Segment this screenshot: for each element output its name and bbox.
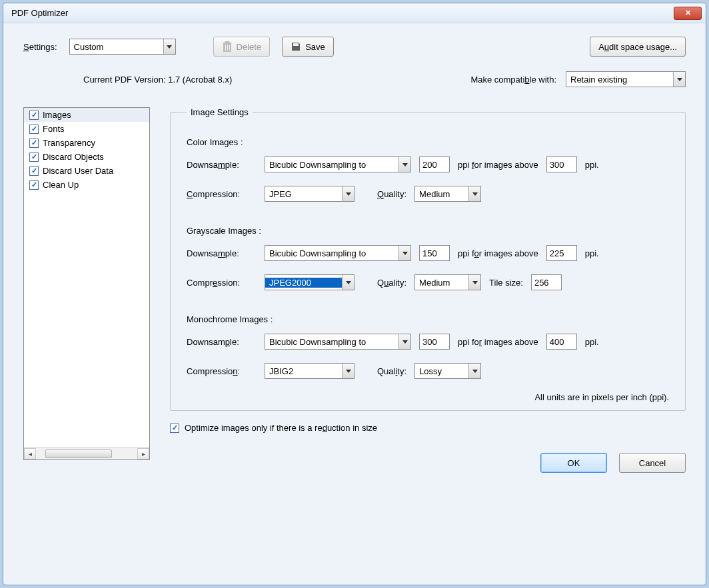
combo-value: Bicubic Downsampling to [265, 337, 398, 347]
color-downsample-row: Downsample: Bicubic Downsampling to ppi … [187, 156, 669, 172]
save-button[interactable]: Save [282, 37, 334, 57]
for-above-label: ppi for images above [458, 160, 538, 170]
tile-size-label: Tile size: [489, 278, 523, 288]
combo-value: Bicubic Downsampling to [265, 160, 398, 170]
sidebar-item-label: Fonts [43, 124, 65, 134]
gray-quality-combo[interactable]: Medium [414, 274, 481, 290]
color-ppi-threshold-input[interactable] [546, 156, 577, 172]
sidebar-item-clean-up[interactable]: Clean Up [24, 178, 149, 192]
sidebar-item-label: Discard Objects [43, 152, 104, 162]
audit-space-button[interactable]: Audit space usage... [590, 37, 686, 57]
delete-button: Delete [213, 37, 271, 57]
window-title: PDF Optimizer [11, 8, 674, 18]
checkbox-icon[interactable] [29, 180, 39, 190]
chevron-down-icon [673, 72, 685, 87]
gray-compression-combo[interactable]: JPEG2000 [265, 274, 354, 290]
chevron-down-icon [398, 246, 410, 260]
cancel-button[interactable]: Cancel [619, 453, 686, 473]
gray-compression-row: Compression: JPEG2000 Quality: Medium Ti… [187, 274, 669, 290]
mono-ppi-input[interactable] [419, 334, 450, 350]
chevron-down-icon [342, 364, 354, 378]
scroll-right-icon[interactable] [137, 448, 149, 459]
sidebar: Images Fonts Transparency Discard Object… [23, 107, 150, 571]
downsample-label: Downsample: [187, 248, 257, 258]
mono-compression-row: Compression: JBIG2 Quality: Lossy [187, 363, 669, 379]
sidebar-item-discard-objects[interactable]: Discard Objects [24, 150, 149, 164]
sidebar-item-label: Clean Up [43, 180, 79, 190]
color-quality-combo[interactable]: Medium [414, 186, 481, 202]
checkbox-icon[interactable] [29, 152, 39, 162]
ppi-suffix: ppi. [585, 337, 599, 347]
mono-downsample-row: Downsample: Bicubic Downsampling to ppi … [187, 334, 669, 350]
compression-label: Compression: [187, 278, 257, 288]
bottom-buttons: OK Cancel [170, 453, 686, 473]
quality-label: Quality: [377, 189, 406, 199]
color-compression-row: Compression: JPEG Quality: Medium [187, 186, 669, 202]
checkbox-icon[interactable] [29, 139, 39, 148]
gray-ppi-input[interactable] [419, 245, 450, 261]
sidebar-item-discard-user-data[interactable]: Discard User Data [24, 164, 149, 178]
checkbox-icon[interactable] [29, 111, 39, 120]
settings-combo[interactable]: Custom [69, 39, 176, 55]
units-footnote: All units are in pixels per inch (ppi). [187, 392, 669, 402]
mono-ppi-threshold-input[interactable] [546, 334, 577, 350]
cancel-label: Cancel [639, 458, 666, 468]
optimize-only-checkbox[interactable] [170, 424, 179, 433]
close-icon: ✕ [685, 9, 691, 17]
color-compression-combo[interactable]: JPEG [265, 186, 354, 202]
titlebar: PDF Optimizer ✕ [3, 3, 706, 23]
sidebar-item-label: Images [43, 110, 71, 120]
scroll-track[interactable] [36, 448, 137, 459]
gray-ppi-threshold-input[interactable] [546, 245, 577, 261]
settings-value: Custom [70, 42, 163, 52]
chevron-down-icon [163, 39, 175, 54]
content-area: Settings: Custom Delete Save Audit spa [3, 23, 706, 585]
checkbox-icon[interactable] [29, 125, 39, 134]
mono-quality-combo[interactable]: Lossy [414, 363, 481, 379]
version-row: Current PDF Version: 1.7 (Acrobat 8.x) M… [23, 71, 686, 87]
gray-downsample-row: Downsample: Bicubic Downsampling to ppi … [187, 245, 669, 261]
combo-value: Medium [415, 278, 468, 288]
combo-value: Lossy [415, 366, 468, 376]
quality-label: Quality: [377, 278, 406, 288]
current-version-label: Current PDF Version: 1.7 (Acrobat 8.x) [83, 75, 232, 85]
combo-value: Medium [415, 189, 468, 199]
tile-size-input[interactable] [531, 274, 562, 290]
color-ppi-input[interactable] [419, 156, 450, 172]
chevron-down-icon [468, 275, 480, 290]
ppi-suffix: ppi. [585, 160, 599, 170]
color-section-title: Color Images : [187, 137, 669, 147]
sidebar-item-images[interactable]: Images [24, 108, 149, 122]
ok-button[interactable]: OK [540, 453, 607, 473]
save-icon [291, 41, 301, 53]
scroll-thumb[interactable] [45, 449, 112, 458]
color-downsample-combo[interactable]: Bicubic Downsampling to [265, 156, 411, 172]
image-settings-fieldset: Image Settings Color Images : Downsample… [170, 107, 686, 411]
close-button[interactable]: ✕ [674, 7, 702, 20]
mono-downsample-combo[interactable]: Bicubic Downsampling to [265, 334, 411, 350]
mono-section-title: Monochrome Images : [187, 314, 669, 324]
sidebar-item-transparency[interactable]: Transparency [24, 136, 149, 150]
mono-compression-combo[interactable]: JBIG2 [265, 363, 354, 379]
gray-section-title: Grayscale Images : [187, 226, 669, 236]
category-listbox[interactable]: Images Fonts Transparency Discard Object… [23, 107, 150, 460]
top-toolbar: Settings: Custom Delete Save Audit spa [23, 37, 686, 57]
compression-label: Compression: [187, 189, 257, 199]
compression-label: Compression: [187, 366, 257, 376]
sidebar-item-fonts[interactable]: Fonts [24, 122, 149, 136]
chevron-down-icon [342, 275, 354, 290]
downsample-label: Downsample: [187, 337, 257, 347]
compat-value: Retain existing [566, 75, 673, 85]
scroll-left-icon[interactable] [24, 448, 36, 459]
chevron-down-icon [468, 186, 480, 201]
main-area: Images Fonts Transparency Discard Object… [23, 107, 686, 571]
compat-combo[interactable]: Retain existing [566, 71, 686, 87]
horizontal-scrollbar[interactable] [24, 447, 149, 459]
gray-downsample-combo[interactable]: Bicubic Downsampling to [265, 245, 411, 261]
downsample-label: Downsample: [187, 160, 257, 170]
checkbox-icon[interactable] [29, 166, 39, 176]
quality-label: Quality: [377, 366, 406, 376]
pdf-optimizer-window: PDF Optimizer ✕ Settings: Custom Delete [3, 3, 706, 585]
settings-panel: Image Settings Color Images : Downsample… [170, 107, 686, 571]
audit-label: Audit space usage... [598, 42, 677, 52]
